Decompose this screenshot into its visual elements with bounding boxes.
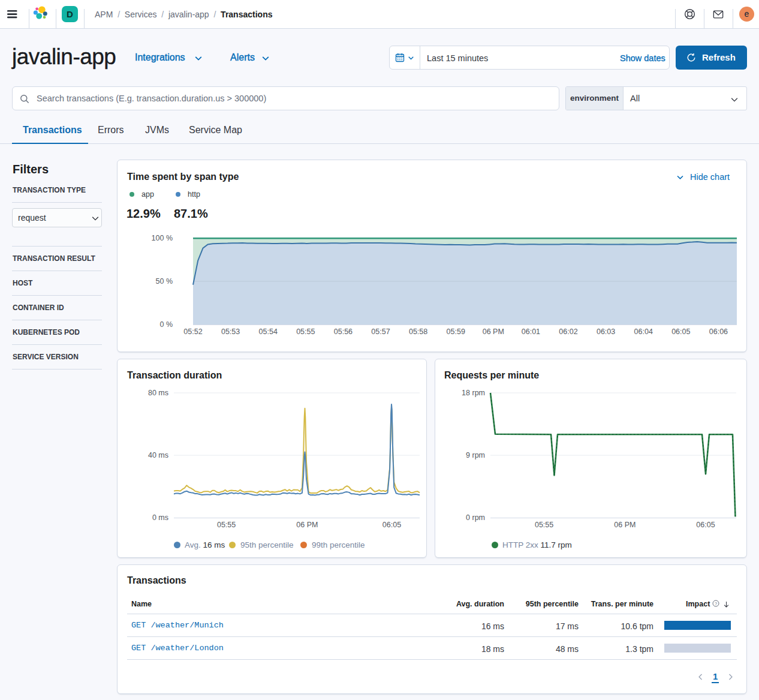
svg-text:05:59: 05:59: [447, 328, 465, 336]
svg-text:0 %: 0 %: [159, 320, 173, 329]
svg-text:05:55: 05:55: [535, 521, 553, 529]
svg-text:06:04: 06:04: [634, 328, 653, 336]
svg-text:?: ?: [715, 601, 717, 606]
svg-text:05:55: 05:55: [296, 328, 315, 336]
svg-text:100 %: 100 %: [152, 234, 173, 242]
svg-text:06:05: 06:05: [382, 521, 401, 529]
svg-text:06:02: 06:02: [559, 328, 577, 336]
svg-text:40 ms: 40 ms: [148, 451, 168, 459]
svg-text:06 PM: 06 PM: [614, 521, 635, 529]
svg-text:06:05: 06:05: [696, 521, 715, 529]
svg-text:9 rpm: 9 rpm: [466, 451, 485, 459]
svg-text:05:57: 05:57: [371, 328, 390, 336]
svg-text:50 %: 50 %: [156, 277, 173, 286]
svg-text:05:53: 05:53: [221, 328, 240, 336]
svg-text:05:52: 05:52: [183, 328, 202, 336]
svg-text:05:56: 05:56: [334, 328, 353, 336]
svg-text:06 PM: 06 PM: [483, 328, 504, 336]
svg-text:80 ms: 80 ms: [148, 389, 168, 397]
svg-text:06 PM: 06 PM: [296, 521, 318, 529]
svg-text:06:06: 06:06: [709, 328, 728, 336]
svg-text:06:05: 06:05: [671, 328, 690, 336]
svg-text:0 rpm: 0 rpm: [466, 513, 485, 522]
svg-text:05:55: 05:55: [217, 521, 236, 529]
svg-text:18 rpm: 18 rpm: [462, 389, 485, 397]
svg-text:05:58: 05:58: [409, 328, 427, 336]
svg-text:0 ms: 0 ms: [152, 513, 168, 522]
svg-text:05:54: 05:54: [259, 328, 278, 336]
svg-text:06:01: 06:01: [522, 328, 540, 336]
svg-text:06:03: 06:03: [597, 328, 615, 336]
